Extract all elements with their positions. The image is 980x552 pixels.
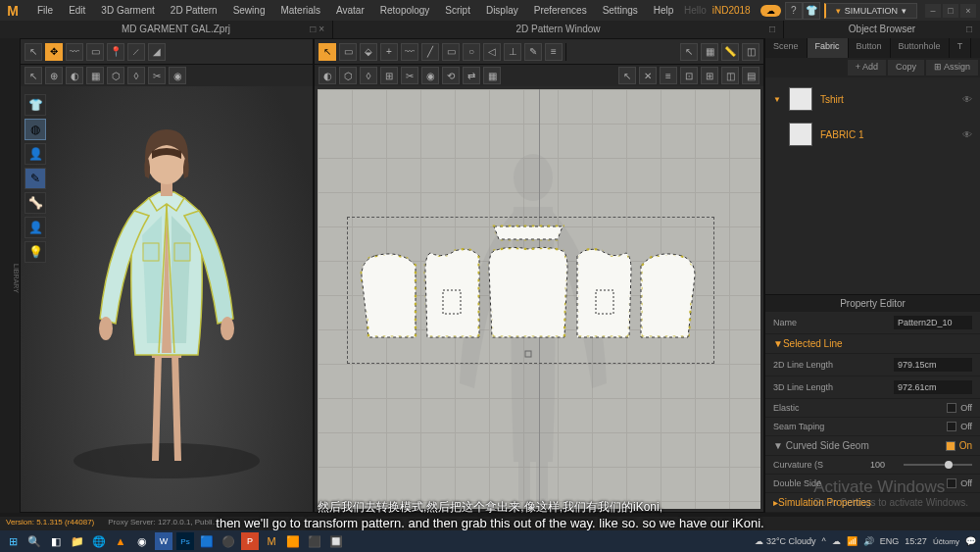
select-tool-icon[interactable]: ↖	[24, 43, 42, 61]
trace-icon[interactable]: ✎	[524, 43, 542, 61]
browser-tab-button[interactable]: Button	[849, 38, 891, 58]
t2e[interactable]: ✂	[401, 67, 418, 84]
visibility-icon[interactable]: 👁	[962, 94, 972, 105]
help-icon[interactable]: ?	[785, 2, 803, 20]
sewing-tool-icon[interactable]: ⟋	[127, 43, 145, 61]
view-texture-icon[interactable]: ◍	[24, 119, 46, 140]
curved-checkbox[interactable]	[946, 441, 956, 451]
ruler-icon[interactable]: 📏	[721, 43, 739, 61]
tab-browser[interactable]: Object Browser□	[784, 21, 980, 38]
edge-icon[interactable]: 🌐	[90, 532, 108, 550]
edit-point-icon[interactable]: ⬙	[360, 43, 377, 61]
menu-materials[interactable]: Materials	[272, 5, 328, 16]
system-tray[interactable]: ☁ 32°C Cloudy ^ ☁ 📶 🔊 ENG 15:27 Účtomy 💬	[755, 536, 976, 546]
section-selected-line[interactable]: ▼ Selected Line	[765, 334, 980, 354]
tb-app2[interactable]: 🟧	[284, 532, 302, 550]
menu-avatar[interactable]: Avatar	[328, 5, 372, 16]
volume-icon[interactable]: 🔊	[863, 536, 874, 546]
menu-preferences[interactable]: Preferences	[526, 5, 595, 16]
t2k[interactable]: ✕	[639, 67, 657, 84]
obs-icon[interactable]: ⚫	[220, 532, 237, 550]
prop-name-value[interactable]: Pattern2D_10	[894, 316, 972, 329]
row-curved[interactable]: ▼ Curved Side Geom On	[765, 436, 980, 456]
t2f[interactable]: ◉	[421, 67, 439, 84]
windows-taskbar[interactable]: ⊞ 🔍 ◧ 📁 🌐 ▲ ◉ W Ps 🟦 ⚫ P M 🟧 ⬛ 🔲 ☁ 32°C …	[0, 530, 980, 552]
maximize-button[interactable]: □	[943, 4, 958, 18]
menu-retopology[interactable]: Retopology	[372, 5, 438, 16]
snap-icon[interactable]: ↖	[680, 43, 698, 61]
tab-2d[interactable]: 2D Pattern Window□	[333, 21, 784, 38]
dock-library[interactable]: LIBRARY	[13, 44, 20, 513]
browser-tab-scene[interactable]: Scene	[765, 38, 808, 58]
menu-script[interactable]: Script	[437, 5, 478, 16]
tool-f[interactable]: ◊	[127, 67, 145, 84]
line-icon[interactable]: ╱	[421, 43, 439, 61]
t2l[interactable]: ≡	[660, 67, 677, 84]
tool-a[interactable]: ↖	[24, 67, 42, 84]
tool-e[interactable]: ⬡	[107, 67, 124, 84]
t2n[interactable]: ⊞	[701, 67, 718, 84]
prop-value[interactable]: 972.61cm	[894, 380, 972, 394]
tb-app3[interactable]: ⬛	[306, 532, 323, 550]
browser-btn-copy[interactable]: Copy	[888, 60, 924, 75]
transform2d-icon[interactable]: ▭	[339, 43, 357, 61]
select2d-icon[interactable]: ↖	[318, 43, 336, 61]
tb-app4[interactable]: 🔲	[327, 532, 345, 550]
browser-tab-t[interactable]: T	[950, 38, 972, 58]
close-button[interactable]: ×	[960, 4, 976, 18]
tool-b[interactable]: ⊕	[45, 67, 63, 84]
view-avatar-icon[interactable]: 👤	[24, 143, 46, 165]
view-head-icon[interactable]: 👤	[24, 217, 46, 238]
vlc-icon[interactable]: ▲	[112, 532, 129, 550]
t2j[interactable]: ↖	[618, 67, 636, 84]
chrome-icon[interactable]: ◉	[133, 532, 151, 550]
weather-widget[interactable]: ☁ 32°C Cloudy	[755, 536, 815, 546]
viewport-3d[interactable]: ↖ ✥ 〰 ▭ 📍 ⟋ ◢ ↖ ⊕ ◐ ▦ ⬡ ◊ ✂ ◉ 👕 ◍ 👤 ✎ 🦴 …	[20, 38, 314, 513]
fabric-item[interactable]: ▼Tshirt👁	[769, 81, 976, 117]
notifications-icon[interactable]: 💬	[965, 536, 976, 546]
seam-icon[interactable]: ≡	[545, 43, 563, 61]
pin-tool-icon[interactable]: 📍	[107, 43, 124, 61]
ppt-icon[interactable]: P	[241, 532, 259, 550]
curvature-value[interactable]: 100	[870, 460, 898, 470]
tab-3d[interactable]: MD GARMENT GAL.Zprj□ ×	[20, 21, 333, 38]
date[interactable]: Účtomy	[933, 537, 959, 546]
word-icon[interactable]: W	[155, 532, 172, 550]
browser-tab-buttonhole[interactable]: Buttonhole	[891, 38, 950, 58]
lasso-tool-icon[interactable]: 〰	[66, 43, 83, 61]
browser-btn-assign[interactable]: ⊞ Assign	[926, 60, 978, 75]
view-light-icon[interactable]: 💡	[24, 241, 46, 263]
t2a[interactable]: ◐	[318, 67, 336, 84]
move-tool-icon[interactable]: ✥	[45, 43, 63, 61]
tool-7[interactable]: ◢	[148, 43, 166, 61]
fabric-swatch[interactable]	[789, 123, 812, 146]
t2d[interactable]: ⊞	[380, 67, 398, 84]
grid-icon[interactable]: ▦	[701, 43, 718, 61]
cloud-badge[interactable]: ☁	[760, 5, 781, 17]
tool-c[interactable]: ◐	[66, 67, 83, 84]
view-shirt-icon[interactable]: 👕	[24, 94, 46, 116]
explorer-icon[interactable]: 📁	[69, 532, 86, 550]
md-icon[interactable]: M	[263, 532, 280, 550]
tool-d[interactable]: ▦	[86, 67, 104, 84]
ps-icon[interactable]: Ps	[176, 532, 194, 550]
tb-app1[interactable]: 🟦	[198, 532, 216, 550]
t2m[interactable]: ⊡	[680, 67, 698, 84]
taskview-icon[interactable]: ◧	[47, 532, 65, 550]
menu-file[interactable]: File	[29, 5, 61, 16]
curve-icon[interactable]: 〰	[401, 43, 418, 61]
view-edit-icon[interactable]: ✎	[24, 168, 46, 189]
shirt-icon[interactable]: 👕	[803, 2, 820, 20]
t2b[interactable]: ⬡	[339, 67, 357, 84]
t2p[interactable]: ▤	[742, 67, 760, 84]
wifi-icon[interactable]: 📶	[847, 536, 858, 546]
curvature-slider[interactable]	[904, 464, 972, 466]
menu-2d-pattern[interactable]: 2D Pattern	[163, 5, 225, 16]
fabric-item[interactable]: FABRIC 1👁	[769, 117, 976, 152]
menu-3d-garment[interactable]: 3D Garment	[93, 5, 162, 16]
t2o[interactable]: ◫	[721, 67, 739, 84]
view-bone-icon[interactable]: 🦴	[24, 192, 46, 214]
browser-tab-fabric[interactable]: Fabric	[808, 38, 849, 58]
circle-icon[interactable]: ○	[463, 43, 480, 61]
box-tool-icon[interactable]: ▭	[86, 43, 104, 61]
